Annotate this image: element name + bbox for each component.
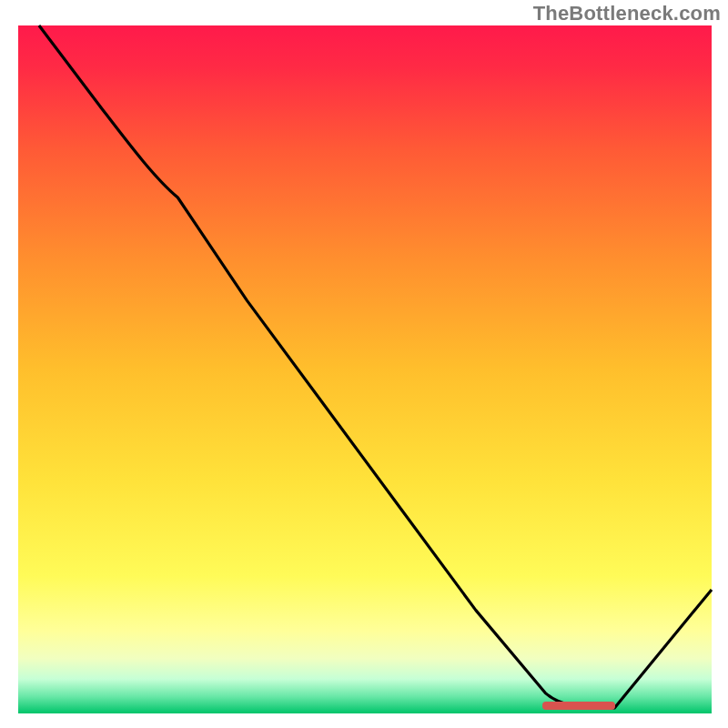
bottleneck-chart [0,0,728,728]
attribution-text: TheBottleneck.com [533,2,721,25]
optimal-range-marker [542,702,615,710]
chart-stage: TheBottleneck.com [0,0,728,728]
chart-background [18,25,712,713]
